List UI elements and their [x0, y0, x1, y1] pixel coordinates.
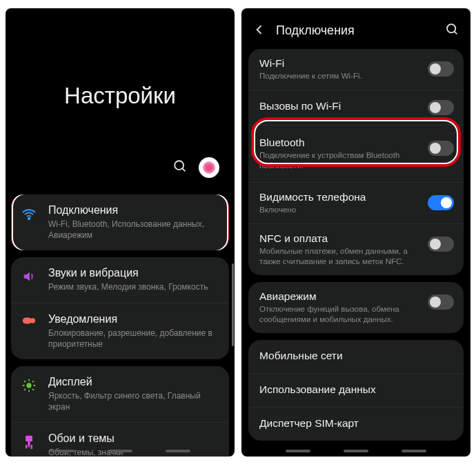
- svg-rect-17: [28, 445, 30, 447]
- svg-rect-3: [23, 317, 32, 323]
- svg-rect-16: [26, 445, 28, 448]
- row-title: Уведомления: [48, 313, 218, 325]
- nav-recents[interactable]: [286, 450, 310, 452]
- connections-row-nfc[interactable]: NFC и оплата Мобильные платежи, обмен да…: [248, 223, 464, 275]
- connections-row-mobile-networks[interactable]: Мобильные сети: [248, 340, 464, 373]
- nav-home[interactable]: [344, 450, 368, 452]
- connections-row-bluetooth[interactable]: Bluetooth Подключение к устройствам Blue…: [248, 125, 464, 182]
- toggle-visibility[interactable]: [428, 195, 454, 210]
- toggle-nfc[interactable]: [428, 237, 454, 252]
- nav-back[interactable]: [401, 450, 426, 452]
- svg-rect-18: [31, 445, 33, 449]
- row-title: Bluetooth: [259, 137, 419, 149]
- brightness-icon: [19, 376, 39, 393]
- svg-rect-15: [28, 441, 30, 445]
- row-title: Мобильные сети: [259, 350, 454, 362]
- svg-line-20: [455, 32, 457, 34]
- svg-line-12: [24, 389, 26, 390]
- settings-row-notifications[interactable]: Уведомления Блокирование, разрешение, до…: [11, 303, 229, 359]
- settings-row-sounds[interactable]: Звуки и вибрация Режим звука, Мелодия зв…: [11, 257, 229, 302]
- connections-row-wificalling[interactable]: Вызовы по Wi-Fi: [248, 90, 464, 125]
- toggle-wificalling[interactable]: [428, 100, 454, 115]
- settings-screen: Настройки Подключения Wi-Fi, Bluetooth,: [6, 8, 235, 457]
- connections-row-wifi[interactable]: Wi-Fi Подключение к сетям Wi-Fi.: [248, 49, 464, 90]
- nav-bar: [6, 450, 235, 452]
- connections-row-visibility[interactable]: Видимость телефона Включено: [248, 182, 464, 223]
- nav-home[interactable]: [108, 450, 132, 452]
- row-title: Использование данных: [259, 383, 454, 396]
- row-sub: Блокирование, разрешение, добавление в п…: [48, 328, 218, 350]
- svg-point-0: [175, 161, 184, 170]
- row-sub: Подключение к сетям Wi-Fi.: [259, 71, 419, 81]
- svg-line-1: [182, 168, 185, 171]
- brush-icon: [19, 432, 39, 450]
- row-title: Подключения: [48, 204, 218, 217]
- nav-bar: [241, 450, 470, 452]
- nav-recents[interactable]: [50, 450, 75, 452]
- svg-point-19: [447, 24, 455, 32]
- nav-back[interactable]: [166, 450, 190, 452]
- row-sub: Включено: [259, 205, 419, 215]
- wifi-icon: [19, 204, 39, 223]
- svg-line-10: [24, 381, 26, 382]
- page-title: Настройки: [6, 83, 235, 109]
- notification-icon: [19, 313, 39, 326]
- connections-screen: Подключения Wi-Fi Подключение к сетям Wi…: [241, 8, 470, 457]
- connections-row-airplane[interactable]: Авиарежим Отключение функций вызова, обм…: [248, 282, 464, 333]
- toggle-airplane[interactable]: [428, 294, 454, 310]
- settings-row-connections[interactable]: Подключения Wi-Fi, Bluetooth, Использова…: [11, 194, 229, 250]
- speaker-icon: [19, 267, 39, 284]
- row-sub: Яркость, Фильтр синего света, Главный эк…: [48, 390, 218, 412]
- row-title: Звуки и вибрация: [48, 267, 218, 279]
- row-sub: Режим звука, Мелодия звонка, Громкость: [48, 281, 218, 292]
- toggle-wifi[interactable]: [428, 61, 454, 77]
- search-icon[interactable]: [445, 22, 459, 39]
- svg-line-13: [32, 381, 34, 382]
- connections-row-data-usage[interactable]: Использование данных: [248, 373, 464, 407]
- toggle-bluetooth[interactable]: [428, 141, 454, 156]
- row-title: Дисплей: [48, 376, 218, 388]
- svg-rect-14: [26, 436, 32, 441]
- row-sub: Отключение функций вызова, обмена сообще…: [259, 304, 419, 325]
- svg-point-5: [26, 383, 31, 388]
- search-icon[interactable]: [172, 159, 188, 177]
- row-title: NFC и оплата: [259, 232, 419, 245]
- row-title: Обои и темы: [48, 432, 218, 445]
- svg-point-4: [30, 318, 35, 323]
- settings-row-display[interactable]: Дисплей Яркость, Фильтр синего света, Гл…: [11, 366, 229, 422]
- avatar[interactable]: [199, 157, 219, 178]
- row-title: Авиарежим: [259, 290, 419, 303]
- svg-line-11: [32, 389, 34, 390]
- row-sub: Wi-Fi, Bluetooth, Использование данных, …: [48, 219, 218, 241]
- svg-point-2: [28, 218, 30, 219]
- row-title: Wi-Fi: [259, 57, 419, 70]
- page-title: Подключения: [276, 23, 435, 38]
- back-icon[interactable]: [252, 23, 266, 39]
- row-title: Видимость телефона: [259, 191, 419, 203]
- row-title: Вызовы по Wi-Fi: [259, 100, 419, 112]
- scrollbar[interactable]: [232, 263, 234, 346]
- row-sub: Подключение к устройствам Bluetooth побл…: [259, 150, 419, 171]
- connections-row-sim-manager[interactable]: Диспетчер SIM-карт: [248, 407, 464, 441]
- row-title: Диспетчер SIM-карт: [259, 417, 454, 430]
- row-sub: Мобильные платежи, обмен данными, а такж…: [259, 246, 419, 267]
